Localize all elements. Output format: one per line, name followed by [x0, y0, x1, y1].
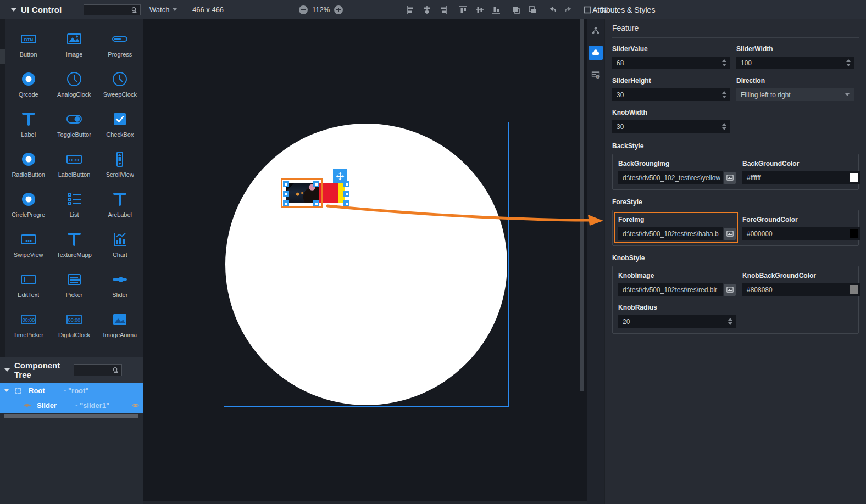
resize-handle-mid-left[interactable]: [283, 191, 289, 197]
tab-form-info[interactable]: [589, 68, 603, 82]
picker-icon: [65, 270, 84, 289]
tree-node-slider[interactable]: Slider - "slider1": [0, 398, 143, 413]
palette-item-radiobutton[interactable]: RadioButton: [5, 145, 51, 185]
tree-horizontal-scrollbar[interactable]: [4, 414, 138, 418]
search-icon: [112, 366, 119, 374]
tree-collapse-icon[interactable]: [4, 368, 10, 372]
attributes-panel: Feature SliderValue SliderWidth SliderHe…: [587, 19, 866, 504]
palette-item-analogclock[interactable]: AnalogClock: [51, 65, 97, 105]
palette-item-labelbutton[interactable]: LabelButton: [51, 145, 97, 185]
tab-properties[interactable]: [589, 46, 603, 60]
palette-item-timepicker[interactable]: TimePicker: [5, 305, 51, 345]
sliderheight-input[interactable]: [612, 88, 730, 101]
zoom-in-button[interactable]: [334, 5, 343, 14]
palette-item-sweepclock[interactable]: SweepClock: [97, 65, 143, 105]
palette-item-togglebutton[interactable]: ToggleButtor: [51, 105, 97, 145]
align-center-horizontal-button[interactable]: [421, 4, 432, 15]
palette-item-list[interactable]: List: [51, 185, 97, 225]
knobwidth-input[interactable]: [612, 120, 730, 133]
move-cross-icon: [335, 171, 345, 181]
expand-icon[interactable]: [4, 389, 9, 392]
align-middle-vertical-button[interactable]: [474, 4, 485, 15]
round-screen: [225, 124, 507, 405]
design-canvas[interactable]: [143, 19, 587, 504]
align-left-button[interactable]: [405, 4, 415, 15]
palette-item-digitalclock[interactable]: DigitalClock: [51, 305, 97, 345]
foreimg-browse-button[interactable]: [724, 228, 736, 240]
spinner-arrows-icon[interactable]: [846, 59, 851, 66]
palette-item-slider[interactable]: Slider: [97, 265, 143, 305]
puzzle-icon: [591, 48, 601, 58]
palette-item-image[interactable]: Image: [51, 25, 97, 65]
palette-item-arclabel[interactable]: ArcLabel: [97, 185, 143, 225]
palette-item-checkbox[interactable]: CheckBox: [97, 105, 143, 145]
backgroundcolor-swatch[interactable]: [850, 173, 858, 182]
watch-dropdown[interactable]: Watch: [149, 0, 177, 19]
direction-select[interactable]: Filling left to right: [736, 88, 854, 101]
bring-to-front-button[interactable]: [510, 4, 521, 15]
palette-item-progress[interactable]: Progress: [97, 25, 143, 65]
resize-handle-bottom-right[interactable]: [343, 200, 349, 206]
palette-item-edittext[interactable]: EditText: [5, 265, 51, 305]
zoom-out-button[interactable]: [299, 5, 308, 14]
palette-item-label: ScrollView: [106, 171, 134, 178]
resize-handle-top-left[interactable]: [283, 181, 289, 187]
backgroungimg-browse-button[interactable]: [724, 172, 736, 184]
move-handle[interactable]: [333, 169, 347, 183]
palette-item-qrcode[interactable]: Qrcode: [5, 65, 51, 105]
canvas-vertical-scrollbar[interactable]: [580, 19, 584, 391]
resize-handle-top-center[interactable]: [313, 181, 319, 187]
send-to-back-button[interactable]: [527, 4, 537, 15]
palette-item-picker[interactable]: Picker: [51, 265, 97, 305]
component-tree-header: Component Tree: [0, 357, 143, 383]
visibility-eye-icon[interactable]: [131, 401, 140, 410]
knobradius-input[interactable]: [618, 315, 736, 328]
align-bottom-button[interactable]: [491, 4, 501, 15]
knobbackgroundcolor-swatch[interactable]: [850, 285, 858, 294]
align-top-button[interactable]: [458, 4, 468, 15]
resize-handle-mid-right[interactable]: [343, 191, 349, 197]
palette-search-input[interactable]: [86, 7, 130, 13]
knobimage-input[interactable]: [618, 283, 723, 296]
tree-search[interactable]: [74, 364, 122, 376]
selection-mode-button[interactable]: [582, 4, 592, 15]
palette-item-imageanimation[interactable]: ImageAnima: [97, 305, 143, 345]
palette-item-label[interactable]: Label: [5, 105, 51, 145]
spinner-arrows-icon[interactable]: [722, 91, 726, 98]
knobimage-browse-button[interactable]: [724, 284, 736, 296]
align-center-horizontal-icon: [422, 5, 432, 15]
sliderwidth-input[interactable]: [736, 57, 854, 69]
palette-item-swipeview[interactable]: SwipeView: [5, 225, 51, 265]
align-middle-vertical-icon: [475, 5, 485, 15]
palette-item-label: TimePicker: [13, 332, 43, 338]
resize-handle-bottom-center[interactable]: [313, 200, 319, 206]
palette-item-chart[interactable]: Chart: [97, 225, 143, 265]
spinner-arrows-icon[interactable]: [728, 318, 732, 325]
spinner-arrows-icon[interactable]: [722, 59, 726, 66]
slidervalue-input[interactable]: [612, 57, 730, 69]
ui-control-collapse-icon[interactable]: [11, 8, 16, 12]
backgroungimg-input[interactable]: [618, 171, 723, 184]
backgroundcolor-label: BackGroundColor: [742, 160, 860, 167]
redo-button[interactable]: [563, 4, 574, 15]
spinner-arrows-icon[interactable]: [722, 123, 726, 130]
rail-collapse-handle[interactable]: [0, 49, 5, 64]
tree-node-root[interactable]: Root - "root": [0, 383, 143, 398]
top-toolbar: UI Control Watch 466 x 466 112%: [0, 0, 866, 19]
undo-button[interactable]: [547, 4, 557, 15]
palette-item-scrollview[interactable]: ScrollView: [97, 145, 143, 185]
palette-item-label: Label: [21, 131, 36, 138]
knobradius-label: KnobRadius: [618, 304, 736, 311]
palette-item-button[interactable]: Button: [5, 25, 51, 65]
palette-item-texturemap[interactable]: TextureMapp: [51, 225, 97, 265]
foreimg-input[interactable]: [618, 227, 723, 240]
tree-search-input[interactable]: [76, 367, 112, 373]
palette-item-circleprogress[interactable]: CircleProgre: [5, 185, 51, 225]
resize-handle-bottom-left[interactable]: [283, 200, 289, 206]
backgroungimg-label: BackGroungImg: [618, 160, 736, 167]
palette-search[interactable]: [84, 4, 141, 15]
tab-hierarchy[interactable]: [589, 24, 603, 38]
align-right-button[interactable]: [438, 4, 448, 15]
foregroundcolor-swatch[interactable]: [850, 229, 858, 238]
inspector-tabstrip: [587, 19, 604, 504]
